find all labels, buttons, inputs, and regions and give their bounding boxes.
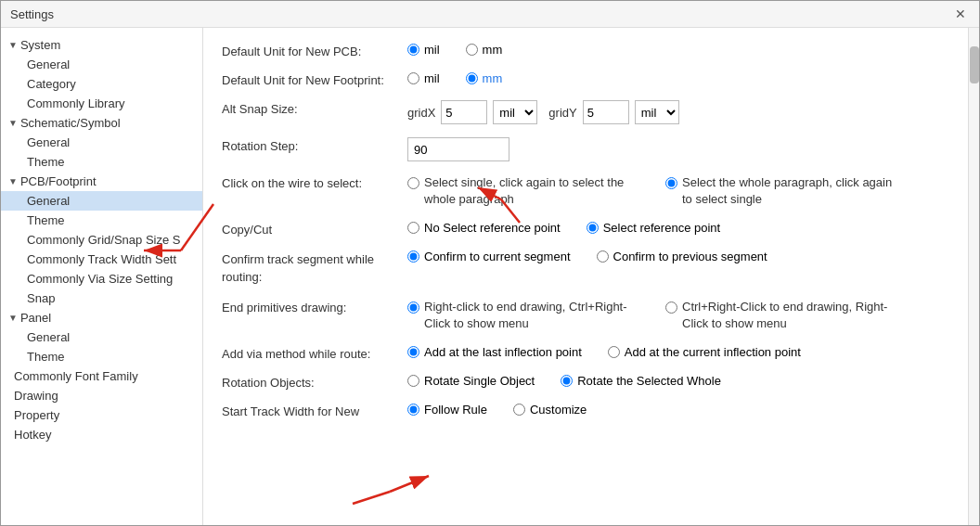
controls-add-via-method: Add at the last inflection point Add at … [407,345,949,359]
radio-select-single[interactable] [407,177,419,189]
sidebar-item-commonly-track-width[interactable]: Commonly Track Width Sett [1,250,202,269]
option-current-inflection[interactable]: Add at the current inflection point [608,345,801,359]
sidebar: ▼ System General Category Commonly Libra… [1,28,203,525]
label-rotation-objects: Rotation Objects: [222,374,407,390]
label-current-inflection: Add at the current inflection point [625,345,801,359]
option-follow-rule[interactable]: Follow Rule [407,403,487,417]
sidebar-item-hotkey[interactable]: Hotkey [1,425,202,444]
radio-confirm-previous[interactable] [597,250,609,263]
controls-default-unit-pcb: mil mm [407,43,949,57]
option-select-whole[interactable]: Select the whole paragraph, click again … [665,174,905,208]
option-select-single[interactable]: Select single, click again to select the… [407,174,647,208]
sidebar-item-system-general[interactable]: General [1,55,202,74]
gridx-label: gridX [407,106,435,120]
radio-fp-mil[interactable] [407,72,419,84]
radio-rotate-single[interactable] [407,375,419,387]
sidebar-item-panel-theme[interactable]: Theme [1,347,202,366]
row-rotation-objects: Rotation Objects: Rotate Single Object R… [222,374,949,390]
option-last-inflection[interactable]: Add at the last inflection point [407,345,582,359]
sidebar-group-schematic-label: Schematic/Symbol [20,116,121,130]
sidebar-group-panel[interactable]: ▼ Panel [1,308,202,327]
sidebar-group-system-label: System [20,38,60,52]
label-rotation-step: Rotation Step: [222,137,407,153]
expand-icon-panel: ▼ [8,313,18,323]
settings-window: Settings ✕ ▼ System General Category Com… [0,0,980,526]
expand-icon-pcb: ▼ [8,176,18,186]
gridx-unit-select[interactable]: mil mm [493,100,537,124]
label-start-track-width: Start Track Width for New [222,403,407,418]
row-alt-snap-size: Alt Snap Size: gridX mil mm gridY [222,100,949,124]
radio-rotate-selected-whole[interactable] [561,375,573,387]
option-ctrl-right-click-end[interactable]: Ctrl+Right-Click to end drawing, Right-C… [665,299,905,332]
sidebar-group-schematic[interactable]: ▼ Schematic/Symbol [1,113,202,133]
sidebar-item-commonly-via-size[interactable]: Commonly Via Size Setting [1,269,202,289]
option-confirm-current[interactable]: Confirm to current segment [407,250,571,263]
sidebar-item-drawing[interactable]: Drawing [1,386,202,405]
option-rotate-selected-whole[interactable]: Rotate the Selected Whole [561,374,721,388]
option-fp-mm[interactable]: mm [466,71,503,85]
sidebar-group-pcb-label: PCB/Footprint [20,174,97,188]
option-customize[interactable]: Customize [513,403,587,417]
radio-confirm-current[interactable] [407,250,419,263]
sidebar-item-schematic-general[interactable]: General [1,133,202,152]
label-select-single: Select single, click again to select the… [424,174,647,208]
radio-no-select-ref[interactable] [407,222,419,234]
option-pcb-mil[interactable]: mil [407,43,440,57]
sidebar-item-commonly-font-family[interactable]: Commonly Font Family [1,366,202,386]
controls-copy-cut: No Select reference point Select referen… [407,221,949,235]
option-pcb-mm[interactable]: mm [466,43,503,57]
radio-fp-mm[interactable] [466,72,478,84]
controls-alt-snap-size: gridX mil mm gridY mil mm [407,100,949,124]
label-click-wire: Click on the wire to select: [222,174,407,190]
scrollbar-thumb[interactable] [970,46,979,83]
sidebar-item-schematic-theme[interactable]: Theme [1,152,202,172]
controls-end-primitives: Right-click to end drawing, Ctrl+Right-C… [407,299,949,332]
label-fp-mm: mm [483,71,503,85]
sidebar-group-pcb[interactable]: ▼ PCB/Footprint [1,172,202,191]
gridy-unit-select[interactable]: mil mm [635,100,679,124]
sidebar-item-system-category[interactable]: Category [1,74,202,94]
option-select-ref[interactable]: Select reference point [587,221,720,235]
sidebar-item-panel-general[interactable]: General [1,327,202,347]
rotation-step-input[interactable] [407,137,509,161]
scrollbar[interactable] [968,28,979,525]
close-button[interactable]: ✕ [951,6,970,21]
sidebar-item-pcb-theme[interactable]: Theme [1,211,202,230]
radio-current-inflection[interactable] [608,346,620,358]
radio-ctrl-right-click-end[interactable] [665,301,677,314]
option-right-click-end[interactable]: Right-click to end drawing, Ctrl+Right-C… [407,299,647,332]
radio-follow-rule[interactable] [407,404,419,416]
title-bar: Settings ✕ [1,1,979,28]
radio-right-click-end[interactable] [407,301,419,314]
sidebar-item-commonly-grid-snap[interactable]: Commonly Grid/Snap Size S [1,230,202,250]
sidebar-group-system[interactable]: ▼ System [1,35,202,55]
radio-customize[interactable] [513,404,525,416]
option-rotate-single[interactable]: Rotate Single Object [407,374,535,388]
controls-click-wire: Select single, click again to select the… [407,174,949,208]
option-no-select-ref[interactable]: No Select reference point [407,221,561,235]
gridy-input[interactable] [583,100,629,124]
sidebar-item-pcb-general[interactable]: General [1,191,202,211]
option-confirm-previous[interactable]: Confirm to previous segment [597,250,767,263]
controls-start-track-width: Follow Rule Customize [407,403,949,417]
label-confirm-track: Confirm track segment while routing: [222,250,407,285]
radio-last-inflection[interactable] [407,346,419,358]
label-copy-cut: Copy/Cut [222,221,407,237]
radio-select-ref[interactable] [587,222,599,234]
sidebar-item-property[interactable]: Property [1,405,202,425]
label-rotate-single: Rotate Single Object [424,374,535,388]
label-rotate-selected-whole: Rotate the Selected Whole [577,374,721,388]
controls-rotation-objects: Rotate Single Object Rotate the Selected… [407,374,949,388]
row-confirm-track: Confirm track segment while routing: Con… [222,250,949,285]
row-start-track-width: Start Track Width for New Follow Rule Cu… [222,403,949,418]
row-add-via-method: Add via method while route: Add at the l… [222,345,949,361]
radio-pcb-mil[interactable] [407,44,419,56]
gridx-input[interactable] [441,100,487,124]
row-rotation-step: Rotation Step: [222,137,949,161]
label-last-inflection: Add at the last inflection point [424,345,582,359]
option-fp-mil[interactable]: mil [407,71,440,85]
radio-pcb-mm[interactable] [466,44,478,56]
sidebar-item-snap[interactable]: Snap [1,289,202,308]
sidebar-item-commonly-library[interactable]: Commonly Library [1,94,202,113]
radio-select-whole[interactable] [665,177,677,189]
